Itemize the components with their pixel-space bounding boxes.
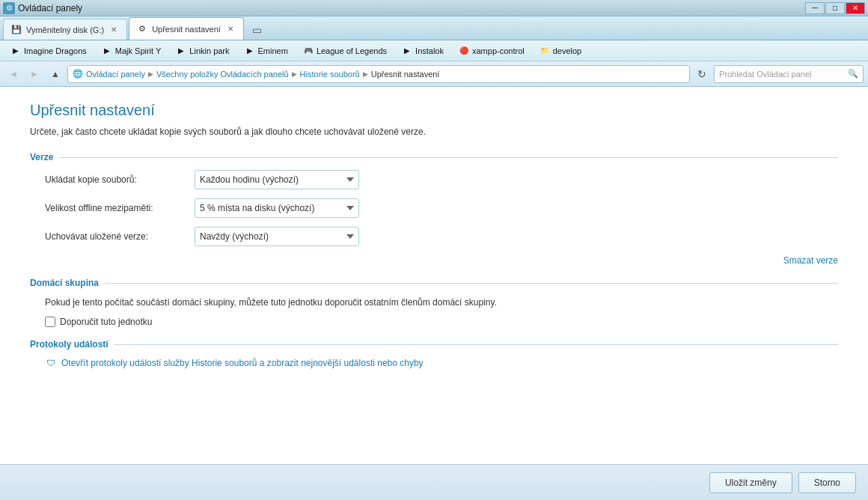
fav-xampp-icon: 🔴 (459, 46, 469, 56)
select-save-copies[interactable]: Každých 10 minutKaždých 15 minutKaždých … (195, 170, 359, 189)
back-button[interactable]: ◄ (4, 65, 22, 83)
cancel-button[interactable]: Storno (798, 472, 856, 493)
form-row-keep-versions: Uchovávat uložené verze: 1 měsíc3 měsíce… (30, 227, 838, 246)
save-button[interactable]: Uložit změny (709, 472, 792, 493)
fav-majk-spirit-label: Majk Spirit Y (115, 46, 162, 55)
event-log-link-text: Otevřít protokoly událostí služby Histor… (61, 358, 424, 368)
domaciskupina-text: Pokud je tento počítač součástí domácí s… (30, 296, 539, 309)
tab-upresnitnastaveni-label: Upřesnit nastavení (152, 25, 221, 34)
fav-imagine-dragons-label: Imagine Dragons (24, 46, 87, 55)
tab-disk-close[interactable]: ✕ (109, 25, 119, 35)
fav-majk-spirit-icon: ▶ (102, 46, 112, 56)
forward-button[interactable]: ► (25, 65, 43, 83)
fav-linkin-park-label: Linkin park (189, 46, 229, 55)
fav-league-of-legends-label: League of Legends (317, 46, 387, 55)
fav-eminem-icon: ▶ (245, 46, 255, 56)
section-verze-header: Verze (30, 152, 838, 162)
section-protokoly-header: Protokoly událostí (30, 339, 838, 350)
fav-develop-label: develop (553, 46, 582, 55)
fav-majk-spirit[interactable]: ▶ Majk Spirit Y (97, 44, 166, 58)
search-icon: 🔍 (848, 69, 858, 79)
fav-league-of-legends[interactable]: 🎮 League of Legends (299, 44, 391, 58)
recommend-checkbox[interactable] (45, 317, 55, 327)
breadcrumb-arrow-1: ▶ (148, 70, 153, 78)
tab-disk[interactable]: 💾 Vyměnitelný disk (G:) ✕ (3, 19, 127, 40)
recommend-label: Doporučit tuto jednotku (60, 317, 152, 327)
footer: Uložit změny Storno (0, 464, 868, 500)
label-offline-cache: Velikost offline mezipaměti: (45, 203, 195, 213)
form-row-save-copies: Ukládat kopie souborů: Každých 10 minutK… (30, 170, 838, 189)
refresh-button[interactable]: ↻ (693, 65, 711, 83)
breadcrumb-1[interactable]: Ovládací panely (86, 70, 145, 79)
fav-xampp[interactable]: 🔴 xampp-control (454, 44, 529, 58)
address-bar: ◄ ► ▲ 🌐 Ovládací panely ▶ Všechny položk… (0, 61, 868, 87)
tab-upresnitnastaveni[interactable]: ⚙ Upřesnit nastavení ✕ (129, 17, 244, 40)
tab-new[interactable]: ▭ (245, 19, 269, 40)
fav-eminem-label: Eminem (258, 46, 288, 55)
delete-versions-link[interactable]: Smazat verze (30, 255, 838, 266)
fav-imagine-dragons[interactable]: ▶ Imagine Dragons (6, 44, 91, 58)
fav-linkin-park[interactable]: ▶ Linkin park (171, 44, 233, 58)
search-placeholder: Prohledat Ovládací panel (719, 70, 812, 79)
fav-develop[interactable]: 📁 develop (535, 44, 587, 58)
select-offline-cache[interactable]: 2 % místa na disku5 % místa na disku (vý… (195, 198, 359, 218)
maximize-button[interactable]: □ (825, 2, 845, 14)
fav-imagine-dragons-icon: ▶ (10, 46, 21, 56)
breadcrumb-arrow-2: ▶ (292, 70, 297, 78)
label-save-copies: Ukládat kopie souborů: (45, 174, 195, 185)
fav-instalok[interactable]: ▶ Instalok (397, 44, 448, 58)
fav-xampp-label: xampp-control (472, 46, 525, 55)
title-bar-left: ⚙ Ovládací panely (3, 2, 82, 14)
tab-disk-icon: 💾 (11, 25, 22, 35)
select-keep-versions[interactable]: 1 měsíc3 měsíce6 měsíců9 měsíců1 rok2 ro… (195, 227, 359, 246)
tab-disk-label: Vyměnitelný disk (G:) (26, 25, 104, 34)
form-row-offline-cache: Velikost offline mezipaměti: 2 % místa n… (30, 198, 838, 218)
fav-develop-icon: 📁 (540, 46, 550, 56)
main-content: Upřesnit nastavení Určete, jak často chc… (0, 87, 868, 464)
fav-eminem[interactable]: ▶ Eminem (240, 44, 293, 58)
new-tab-icon: ▭ (252, 24, 262, 36)
breadcrumb-3[interactable]: Historie souborů (300, 70, 360, 79)
breadcrumb-globe-icon: 🌐 (73, 69, 83, 79)
breadcrumb-2[interactable]: Všechny položky Ovládacích panelů (156, 70, 289, 79)
checkbox-row-recommend: Doporučit tuto jednotku (30, 317, 838, 327)
fav-instalok-label: Instalok (415, 46, 444, 55)
tab-upresnitnastaveni-icon: ⚙ (137, 24, 147, 34)
title-bar-icon: ⚙ (3, 2, 15, 14)
search-box[interactable]: Prohledat Ovládací panel 🔍 (714, 65, 864, 83)
minimize-button[interactable]: ─ (805, 2, 825, 14)
breadcrumb-4: Upřesnit nastavení (371, 70, 440, 79)
address-box[interactable]: 🌐 Ovládací panely ▶ Všechny položky Ovlá… (67, 65, 690, 83)
tab-bar: 💾 Vyměnitelný disk (G:) ✕ ⚙ Upřesnit nas… (0, 16, 868, 40)
shield-icon: 🛡 (45, 357, 57, 369)
title-bar-title: Ovládací panely (18, 3, 82, 13)
breadcrumb-arrow-3: ▶ (363, 70, 368, 78)
page-title: Upřesnit nastavení (30, 102, 838, 119)
title-bar-controls: ─ □ ✕ (805, 2, 865, 14)
title-bar: ⚙ Ovládací panely ─ □ ✕ (0, 0, 868, 16)
close-button[interactable]: ✕ (846, 2, 865, 14)
fav-instalok-icon: ▶ (402, 46, 412, 56)
event-log-link[interactable]: 🛡 Otevřít protokoly událostí služby Hist… (30, 357, 838, 369)
label-keep-versions: Uchovávat uložené verze: (45, 231, 195, 242)
section-domaciskupina-header: Domácí skupina (30, 278, 838, 288)
tab-upresnitnastaveni-close[interactable]: ✕ (225, 24, 236, 34)
favorites-bar: ▶ Imagine Dragons ▶ Majk Spirit Y ▶ Link… (0, 40, 868, 61)
fav-linkin-park-icon: ▶ (176, 46, 186, 56)
fav-league-of-legends-icon: 🎮 (303, 46, 314, 56)
page-subtitle: Určete, jak často chcete ukládat kopie s… (30, 126, 838, 137)
up-button[interactable]: ▲ (46, 65, 64, 83)
